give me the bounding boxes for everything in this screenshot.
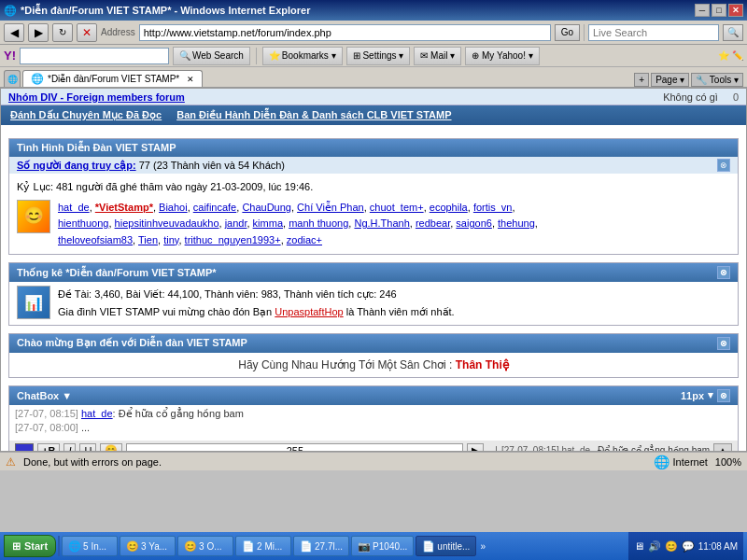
taskbar-btn-ya1[interactable]: 😊 3 Ya... bbox=[120, 536, 176, 556]
tab-vietstamp[interactable]: 🌐 *Diễn đàn/Forum VIET STAMP* ✕ bbox=[22, 70, 203, 87]
user-zodiac[interactable]: zodiac+ bbox=[287, 234, 322, 245]
user-trithuc[interactable]: trithuc_nguyen1993+ bbox=[185, 234, 281, 245]
close-button[interactable]: ✕ bbox=[728, 4, 743, 17]
address-label: Address bbox=[101, 27, 135, 37]
taskbar-btn-untitle[interactable]: 📄 untitle... bbox=[416, 536, 476, 556]
forward-button[interactable]: ▶ bbox=[28, 23, 49, 42]
chatbox-title[interactable]: ChatBox ▼ bbox=[17, 390, 72, 401]
user-links: hat_de, *VietStamp*, Biahoi, caifincafe,… bbox=[58, 200, 538, 249]
refresh-button[interactable]: ↻ bbox=[52, 23, 73, 42]
chatbox-header: ChatBox ▼ 11px ▾ ⊗ bbox=[9, 386, 738, 405]
collapse-welcome-icon[interactable]: ⊗ bbox=[717, 337, 730, 350]
doc-icon: 📄 bbox=[300, 540, 313, 553]
url-input[interactable] bbox=[139, 24, 551, 41]
user-kimma[interactable]: kimma bbox=[253, 217, 283, 229]
user-redbear[interactable]: redbear bbox=[416, 217, 450, 229]
toolbar-icons: ⭐ ✏️ bbox=[718, 50, 743, 61]
spacer bbox=[1, 125, 746, 131]
taskbar-btn-mi[interactable]: 📄 2 Mi... bbox=[235, 536, 291, 556]
taskbar-more[interactable]: » bbox=[480, 541, 486, 552]
user-manhthuong[interactable]: manh thuong bbox=[289, 217, 348, 229]
zoom-level: 100% bbox=[715, 456, 741, 468]
separator bbox=[256, 48, 257, 64]
font-size-dropdown[interactable]: ▾ bbox=[708, 389, 713, 401]
search-button[interactable]: 🔍 bbox=[723, 24, 743, 41]
user-hiepsitinhveuvadaukho[interactable]: hiepsitinhveuvadaukho bbox=[115, 217, 219, 229]
user-caifincafe[interactable]: caifincafe bbox=[193, 202, 236, 213]
search-input[interactable] bbox=[588, 24, 719, 41]
minimize-button[interactable]: ─ bbox=[695, 4, 710, 17]
user-jandr[interactable]: jandr bbox=[225, 217, 247, 229]
welcome-highlight: Thân Thiệ bbox=[456, 358, 509, 371]
user-ecophila[interactable]: ecophila bbox=[430, 202, 468, 213]
collapse-icon[interactable]: ⊗ bbox=[717, 159, 730, 172]
user-biahoi[interactable]: Biahoi bbox=[159, 202, 188, 213]
welcome-message: Hãy Cùng Nhau Hướng Tới Một Sân Chơi : T… bbox=[9, 353, 738, 377]
taskbar-btn-p1040[interactable]: 📷 P1040... bbox=[351, 536, 414, 556]
chat-text-1: Để hữa cổ gẳng hồng bam bbox=[119, 408, 244, 419]
settings-button[interactable]: ⊞ Settings ▾ bbox=[346, 47, 411, 65]
back-button[interactable]: ◀ bbox=[4, 23, 24, 42]
smiley-icon: 😊 bbox=[665, 540, 678, 553]
new-member-link[interactable]: UnpasptaftHop bbox=[275, 306, 343, 317]
nav-link-mark-read[interactable]: Đánh Dấu Chuyên Mục Đã Đọc bbox=[10, 109, 162, 121]
speaker-icon: 🔊 bbox=[648, 540, 661, 553]
new-tab-btn[interactable]: + bbox=[634, 73, 649, 87]
sep bbox=[584, 24, 585, 41]
chat-user-1[interactable]: hat_de bbox=[81, 408, 113, 419]
tab-controls: + Page ▾ 🔧 Tools ▾ bbox=[634, 73, 743, 87]
chat-italic-btn[interactable]: I bbox=[63, 443, 76, 452]
nav-link-admin[interactable]: Ban Điều Hành Diễn Đàn & Danh sách CLB V… bbox=[176, 109, 451, 121]
user-tiny[interactable]: tiny bbox=[163, 234, 178, 245]
stats-line2: Gia đình VIET STAMP vui mừng chào đón Bạ… bbox=[58, 303, 455, 321]
page-btn[interactable]: Page ▾ bbox=[651, 73, 689, 87]
user-vietstamp[interactable]: *VietStamp* bbox=[95, 202, 153, 213]
user-chuottem[interactable]: chuot_tem+ bbox=[370, 202, 424, 213]
section-stats-header: Thống kê *Diễn đàn/Forum VIET STAMP* ⊗ bbox=[9, 263, 738, 282]
tools-btn[interactable]: 🔧 Tools ▾ bbox=[691, 73, 743, 87]
user-chaudung[interactable]: ChauDung bbox=[242, 202, 291, 213]
bookmarks-button[interactable]: ⭐ Bookmarks ▾ bbox=[262, 47, 343, 65]
chat-underline-btn[interactable]: U bbox=[79, 443, 96, 452]
chat-send-button[interactable]: ▶ bbox=[467, 443, 484, 452]
chat-emoji-btn[interactable]: 😊 bbox=[100, 443, 122, 452]
yahoo-toolbar: Y! 🔍 Web Search ⭐ Bookmarks ▾ ⊞ Settings… bbox=[0, 45, 747, 67]
globe-icon: 🌐 bbox=[654, 455, 669, 469]
start-button[interactable]: ⊞ Start bbox=[4, 535, 56, 557]
online-body: Kỷ Lục: 481 người đã ghé thăm vào ngày 2… bbox=[9, 174, 738, 254]
yahoo-search-input[interactable] bbox=[20, 48, 169, 64]
status-bar: ⚠ Done, but with errors on page. 🌐 Inter… bbox=[0, 452, 747, 470]
user-fortis[interactable]: fortis_vn bbox=[473, 202, 513, 213]
clock: 11:08 AM bbox=[698, 541, 738, 552]
user-thehung[interactable]: thehung bbox=[498, 217, 535, 229]
chat-bold-btn[interactable]: +B bbox=[37, 443, 60, 452]
user-tien[interactable]: Tien bbox=[138, 234, 158, 245]
user-saigon6[interactable]: saigon6 bbox=[456, 217, 492, 229]
content-area[interactable]: Nhóm DIV - Foreign members forum Không c… bbox=[0, 88, 747, 452]
taskbar-btn-ie[interactable]: 🌐 5 In... bbox=[62, 536, 118, 556]
tabs-bar: 🌐 🌐 *Diễn đàn/Forum VIET STAMP* ✕ + Page… bbox=[0, 67, 747, 88]
user-chivien[interactable]: Chí Viễn Phan bbox=[297, 202, 364, 213]
maximize-button[interactable]: □ bbox=[712, 4, 726, 17]
user-hienthuong[interactable]: hienthuong bbox=[58, 217, 108, 229]
myyahoo-button[interactable]: ⊕ My Yahoo! ▾ bbox=[465, 47, 539, 65]
more-apps-btn[interactable]: » bbox=[480, 541, 486, 552]
cam-icon: 📷 bbox=[358, 540, 371, 553]
user-hat-de[interactable]: hat_de bbox=[58, 202, 90, 213]
taskbar-btn-27[interactable]: 📄 27.7l... bbox=[293, 536, 349, 556]
user-ngh-thanh[interactable]: Ng.H.Thanh bbox=[354, 217, 409, 229]
tab-close[interactable]: ✕ bbox=[187, 75, 194, 84]
go-button[interactable]: Go bbox=[555, 24, 580, 41]
mail-button[interactable]: ✉ Mail ▾ bbox=[414, 47, 461, 65]
chatbox-toolbar: +B I U 😊 ▶ | [27-07, 08:15] hat_de Để hữ… bbox=[9, 441, 738, 452]
collapse-stats-icon[interactable]: ⊗ bbox=[717, 266, 730, 279]
web-search-button[interactable]: 🔍 Web Search bbox=[173, 47, 250, 65]
stat-link[interactable]: Số người đang truy cập: bbox=[17, 160, 136, 171]
breadcrumb-left[interactable]: Nhóm DIV - Foreign members forum bbox=[8, 91, 185, 103]
user-theloveofsiam[interactable]: theloveofsiam83 bbox=[58, 234, 133, 245]
taskbar-btn-o[interactable]: 😊 3 O... bbox=[177, 536, 233, 556]
stop-button[interactable]: ✕ bbox=[77, 23, 97, 42]
chat-scroll-up[interactable]: ▲ bbox=[713, 443, 732, 452]
collapse-chat-icon[interactable]: ⊗ bbox=[717, 389, 730, 402]
chat-color-picker[interactable] bbox=[15, 443, 34, 452]
